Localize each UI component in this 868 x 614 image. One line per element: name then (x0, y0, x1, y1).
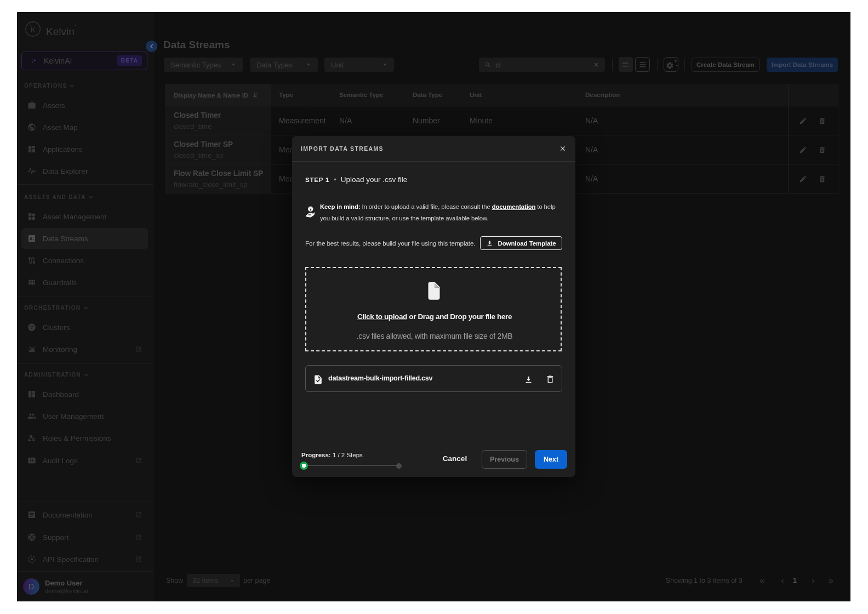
svg-text:K: K (31, 26, 36, 34)
